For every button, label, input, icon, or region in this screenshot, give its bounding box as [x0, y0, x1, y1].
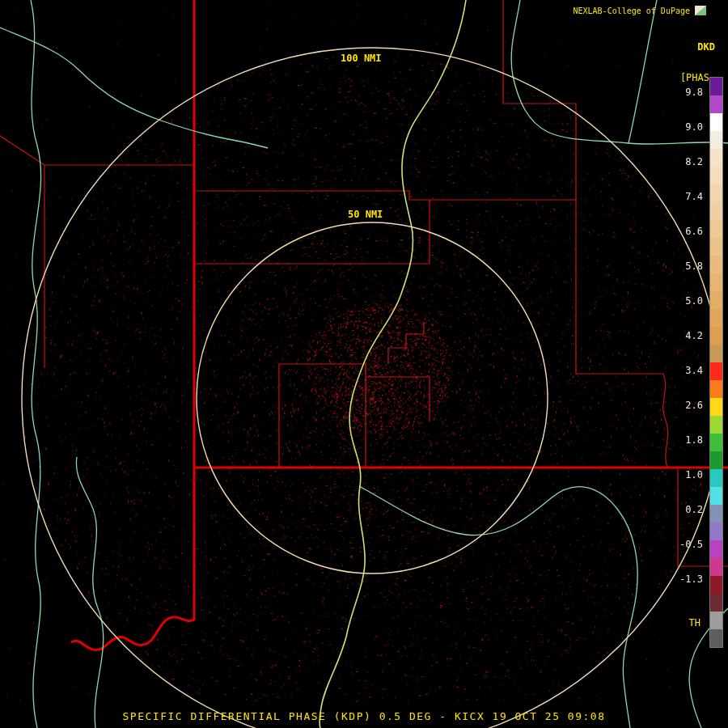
colorbar-segment [710, 184, 722, 202]
product-caption: SPECIFIC DIFFERENTIAL PHASE (KDP) 0.5 DE… [123, 711, 606, 722]
colorbar-segment [710, 505, 722, 523]
colorbar-segment [710, 238, 722, 256]
colorbar-segment [710, 95, 722, 113]
units-label: [PHAS [680, 73, 709, 83]
colorbar-tick: 8.2 [667, 157, 703, 167]
colorbar-segment [710, 523, 722, 540]
colorbar-segment [710, 113, 722, 131]
colorbar-segment [710, 327, 722, 345]
colorbar-segment [710, 149, 722, 167]
colorbar-segment [710, 131, 722, 149]
colorbar-segment [710, 469, 722, 487]
colorbar-tick: -0.5 [667, 540, 703, 550]
colorbar-segment [710, 594, 722, 612]
colorbar-segment [710, 434, 722, 451]
colorbar-segment [710, 309, 722, 327]
colorbar-segment [710, 398, 722, 416]
colorbar-tick: 4.2 [667, 331, 703, 341]
attribution-text: NEXLAB-College of DuPage [574, 6, 691, 15]
colorbar-segment [710, 167, 722, 184]
colorbar-segment [710, 487, 722, 505]
colorbar-tick: 7.4 [667, 192, 703, 202]
colorbar-segment [710, 220, 722, 238]
colorbar-tick: 3.4 [667, 366, 703, 376]
colorbar-segment [710, 612, 722, 629]
map-overlay-layer [0, 0, 728, 728]
colorbar-tick: 5.8 [667, 261, 703, 272]
product-code: DKD [697, 42, 715, 53]
colorbar-tick: 9.0 [667, 122, 703, 133]
colorbar-segment [710, 362, 722, 380]
colorbar-bottom-label: TH [689, 618, 700, 629]
colorbar-segment [710, 629, 722, 647]
colorbar-segment [710, 291, 722, 309]
range-ring-label-100nmi: 100 NMI [338, 53, 384, 64]
colorbar-tick: 6.6 [667, 226, 703, 237]
range-rings [22, 48, 722, 728]
colorbar-segment [710, 416, 722, 434]
colorbar-segment [710, 256, 722, 273]
colorbar-tick: 1.8 [667, 435, 703, 446]
radar-display: 100 NMI 50 NMI NEXLAB-College of DuPage … [0, 0, 728, 728]
cod-logo-icon [694, 5, 707, 16]
colorbar-segment [710, 451, 722, 469]
colorbar-segment [710, 576, 722, 594]
colorbar-tick: 5.0 [667, 296, 703, 307]
colorbar-tick: -1.3 [667, 574, 703, 585]
colorbar-segment [710, 380, 722, 398]
colorbar [709, 77, 723, 648]
colorbar-segment [710, 558, 722, 576]
colorbar-segment [710, 202, 722, 220]
range-ring-label-50nmi: 50 NMI [345, 210, 385, 220]
colorbar-tick: 2.6 [667, 400, 703, 411]
highways [0, 0, 728, 728]
colorbar-tick: 9.8 [667, 87, 703, 98]
colorbar-segment [710, 540, 722, 558]
county-boundaries [0, 0, 728, 566]
colorbar-segment [710, 78, 722, 95]
colorbar-tick: 1.0 [667, 470, 703, 480]
attribution: NEXLAB-College of DuPage [574, 5, 708, 16]
colorbar-tick: 0.2 [667, 505, 703, 515]
state-borders [71, 0, 728, 650]
colorbar-segment [710, 273, 722, 291]
colorbar-segment [710, 345, 722, 362]
